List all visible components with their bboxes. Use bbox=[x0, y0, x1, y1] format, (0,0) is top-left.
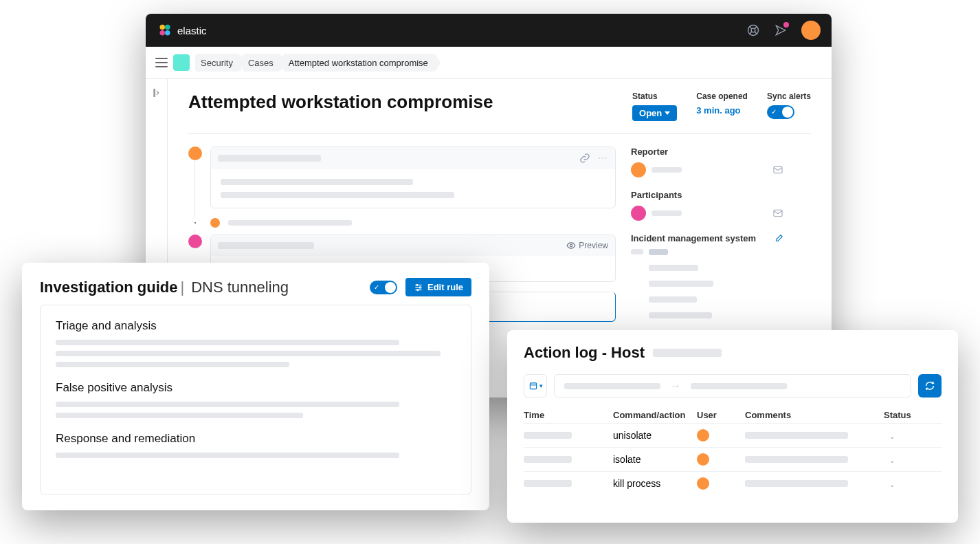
sync-alerts-label: Sync alerts bbox=[767, 91, 811, 101]
refresh-button[interactable] bbox=[918, 374, 942, 398]
command-cell: isolate bbox=[613, 454, 697, 465]
action-log-table-header: Time Command/action User Comments Status bbox=[524, 407, 942, 423]
svg-point-0 bbox=[160, 25, 166, 30]
notification-dot-icon bbox=[783, 22, 789, 28]
user-avatar[interactable] bbox=[801, 21, 821, 40]
timeline-dot-reporter-icon bbox=[188, 146, 202, 160]
pencil-icon[interactable] bbox=[774, 234, 783, 243]
triage-section-title: Triage and analysis bbox=[56, 319, 456, 333]
user-avatar-icon bbox=[697, 453, 709, 466]
svg-rect-14 bbox=[774, 166, 782, 173]
log-row: kill process ⌄ bbox=[524, 471, 942, 495]
chevron-down-icon[interactable]: ⌄ bbox=[889, 481, 895, 488]
eye-icon bbox=[566, 241, 576, 250]
placeholder-text bbox=[221, 179, 413, 185]
svg-point-11 bbox=[602, 157, 603, 159]
case-title: Attempted workstation compromise bbox=[188, 91, 493, 121]
svg-point-21 bbox=[417, 289, 419, 290]
user-avatar-icon bbox=[697, 429, 709, 442]
ims-content bbox=[631, 249, 783, 323]
elastic-cluster-icon bbox=[157, 22, 173, 39]
timeline-divider-dot-icon bbox=[192, 220, 198, 226]
svg-line-8 bbox=[749, 32, 751, 34]
mail-icon[interactable] bbox=[772, 208, 783, 219]
edit-rule-button[interactable]: Edit rule bbox=[405, 278, 471, 296]
action-log-card: Action log - Host ▾ → Time Command/actio… bbox=[507, 330, 958, 523]
status-label: Status bbox=[632, 91, 677, 101]
participants-heading: Participants bbox=[631, 190, 783, 200]
col-command: Command/action bbox=[613, 410, 697, 420]
participant-avatar bbox=[631, 206, 646, 221]
svg-point-19 bbox=[416, 284, 417, 285]
brand-text: elastic bbox=[177, 25, 207, 36]
svg-point-20 bbox=[419, 286, 421, 287]
placeholder-text bbox=[218, 242, 314, 249]
log-row: isolate ⌄ bbox=[524, 447, 942, 471]
placeholder-text bbox=[652, 167, 682, 173]
placeholder-text bbox=[653, 349, 722, 357]
preview-button[interactable]: Preview bbox=[566, 241, 608, 250]
command-cell: kill process bbox=[613, 478, 697, 489]
guide-toggle[interactable]: ✓ bbox=[370, 281, 397, 294]
sync-alerts-toggle[interactable]: ✓ bbox=[767, 105, 794, 119]
sliders-icon bbox=[414, 283, 423, 292]
date-picker-button[interactable]: ▾ bbox=[524, 374, 547, 398]
date-range-input[interactable]: → bbox=[554, 374, 911, 398]
breadcrumb-security[interactable]: Security bbox=[195, 54, 240, 72]
placeholder-text bbox=[652, 210, 682, 216]
chevron-down-icon[interactable]: ⌄ bbox=[889, 457, 895, 464]
menu-icon[interactable] bbox=[155, 58, 168, 67]
expand-panel-icon bbox=[151, 87, 162, 98]
placeholder-text bbox=[228, 220, 352, 226]
more-icon[interactable] bbox=[597, 153, 608, 164]
investigation-guide-card: Investigation guide|DNS tunneling ✓ Edit… bbox=[22, 263, 489, 510]
case-header: Attempted workstation compromise Status … bbox=[188, 91, 811, 134]
action-log-title: Action log - Host bbox=[524, 344, 942, 362]
app-tile-icon[interactable] bbox=[173, 54, 190, 71]
col-time: Time bbox=[524, 410, 613, 420]
svg-point-12 bbox=[605, 157, 607, 159]
newsfeed-icon[interactable] bbox=[774, 23, 788, 37]
response-section-title: Response and remediation bbox=[56, 432, 456, 446]
svg-point-3 bbox=[165, 30, 170, 36]
arrow-right-icon: → bbox=[670, 380, 681, 392]
false-positive-section-title: False positive analysis bbox=[56, 381, 456, 395]
svg-point-2 bbox=[160, 30, 166, 36]
placeholder-text bbox=[218, 155, 321, 162]
log-row: unisolate ⌄ bbox=[524, 423, 942, 447]
svg-line-9 bbox=[755, 32, 757, 34]
calendar-icon bbox=[528, 381, 538, 391]
svg-point-1 bbox=[165, 25, 170, 30]
help-icon[interactable] bbox=[746, 23, 760, 37]
svg-rect-22 bbox=[530, 383, 536, 389]
svg-point-13 bbox=[570, 244, 573, 247]
comment-card bbox=[210, 146, 616, 208]
breadcrumb-cases[interactable]: Cases bbox=[243, 54, 280, 72]
status-open-dropdown[interactable]: Open bbox=[632, 105, 677, 121]
link-icon[interactable] bbox=[579, 153, 590, 164]
col-comments: Comments bbox=[745, 410, 884, 420]
reporter-avatar bbox=[631, 162, 646, 177]
svg-line-7 bbox=[755, 26, 757, 28]
reporter-heading: Reporter bbox=[631, 146, 783, 157]
elastic-logo[interactable]: elastic bbox=[157, 22, 207, 39]
breadcrumb-bar: Security Cases Attempted workstation com… bbox=[146, 47, 832, 79]
timeline-activity-avatar bbox=[210, 218, 220, 228]
refresh-icon bbox=[924, 380, 935, 391]
case-sidebar: Reporter Participants bbox=[631, 146, 783, 353]
svg-point-5 bbox=[751, 28, 755, 32]
mail-icon[interactable] bbox=[772, 164, 783, 175]
user-avatar-icon bbox=[697, 477, 709, 490]
ims-heading: Incident management system bbox=[631, 233, 783, 243]
case-opened-time[interactable]: 3 min. ago bbox=[696, 105, 748, 116]
placeholder-text bbox=[221, 192, 454, 198]
case-opened-label: Case opened bbox=[696, 91, 748, 101]
svg-point-10 bbox=[599, 157, 600, 159]
timeline-dot-participant-icon bbox=[188, 235, 202, 248]
investigation-guide-body: Triage and analysis False positive analy… bbox=[40, 305, 471, 494]
breadcrumb-current[interactable]: Attempted workstation compromise bbox=[283, 54, 435, 72]
chevron-down-icon[interactable]: ⌄ bbox=[889, 433, 895, 440]
chevron-down-icon: ▾ bbox=[539, 382, 543, 389]
investigation-guide-title: Investigation guide|DNS tunneling bbox=[40, 279, 289, 296]
svg-line-6 bbox=[749, 26, 751, 28]
